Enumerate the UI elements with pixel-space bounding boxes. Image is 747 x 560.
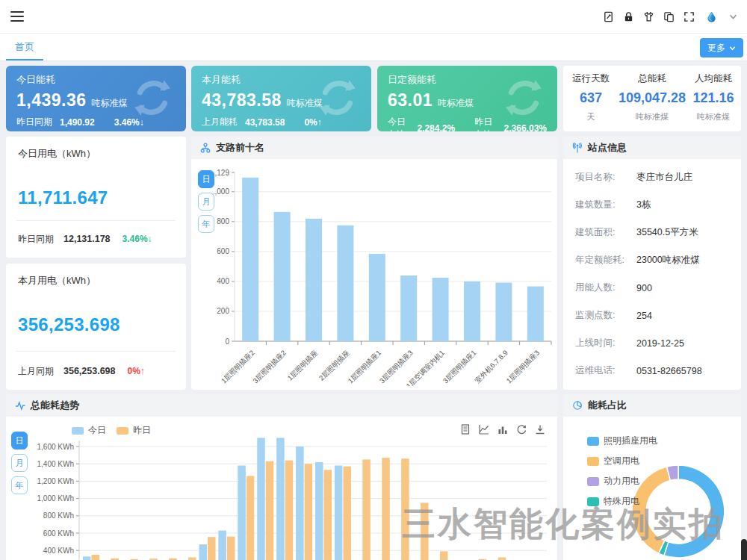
refresh-icon[interactable] [516,424,527,435]
kpi-unit: 吨标准煤 [92,98,128,108]
svg-text:1,600 KWh: 1,600 KWh [37,443,74,451]
svg-text:600 KWh: 600 KWh [43,529,74,538]
site-row-annual-quota: 年定额能耗:23000吨标准煤 [575,246,729,274]
svg-text:1层照明插座: 1层照明插座 [285,348,320,382]
theme-shirt-icon[interactable] [642,10,655,23]
svg-text:1,000: 1,000 [214,187,229,196]
svg-text:400: 400 [217,277,229,285]
period-day-button[interactable]: 日 [11,432,28,449]
recycle-icon [131,76,174,119]
svg-text:3层照明插座1: 3层照明插座1 [441,349,479,386]
energy-trend-panel: 总能耗趋势 今日 昨日 日 月 年 1,600 KWh1,400 KWh1,20… [6,394,557,560]
kpi-sub-label: 上月能耗 [202,116,238,128]
tabbar: 首页 更多 [0,34,747,61]
stats-panel: 运行天数 637 天 总能耗 109,047.28 吨标准煤 人均能耗 121.… [563,66,741,131]
stat-running-days: 运行天数 637 天 [563,66,619,131]
dashboard-screen: 首页 更多 今日能耗 1,439.36吨标准煤 昨日同期 1,490.92 3.… [0,0,747,560]
menu-toggle-icon[interactable] [10,11,24,22]
site-info-panel: 站点信息 项目名称:枣庄市台儿庄 建筑数量:3栋 建筑面积:35540.5平方米… [563,137,741,390]
period-day-button[interactable]: 日 [198,170,214,188]
lock-icon[interactable] [622,10,635,23]
kpi-unit: 吨标准煤 [438,98,474,108]
panel-title: 今日用电（kWh） [18,147,174,161]
kpi-card-daily-quota-energy: 日定额能耗 63.01吨标准煤 今日占比: 2,284.2% 昨日占比: 2,3… [377,66,557,131]
pulse-icon [15,400,25,411]
site-row-service-phone: 运维电话:0531-82665798 [575,357,729,385]
period-month-button[interactable]: 月 [198,193,214,211]
divider [16,351,176,352]
kpi-sub-label: 今日占比: [388,116,409,131]
svg-text:200: 200 [217,307,229,315]
chart-toolbar [460,424,545,435]
site-info-rows: 项目名称:枣庄市台儿庄 建筑数量:3栋 建筑面积:35540.5平方米 年定额能… [563,159,741,385]
site-row-monitor-points: 监测点数:254 [575,302,729,329]
more-button-label: 更多 [707,42,725,55]
svg-text:3层照明插座2: 3层照明插座2 [251,349,288,386]
stat-label: 人均能耗 [695,72,732,85]
compare-percent: 3.46%↓ [123,234,152,244]
stat-total-energy: 总能耗 109,047.28 吨标准煤 [619,66,686,131]
panel-header: 总能耗趋势 [6,394,557,417]
kpi-sub-value: 2,284.2% [417,123,455,131]
stat-label: 运行天数 [572,72,610,85]
panel-header: 站点信息 [563,137,741,159]
panel-title: 能耗占比 [588,399,627,412]
today-electricity-value: 11,711.647 [18,187,174,208]
topbar [0,0,747,34]
kpi-sub-label: 昨日同期 [16,116,52,128]
svg-text:400 KWh: 400 KWh [43,547,74,555]
trend-bar-chart: 1,600 KWh1,400 KWh1,200 KWh1,000 KWh800 … [30,418,551,560]
month-electricity-panel: 本月用电（kWh） 356,253.698 上月同期 356,253.698 0… [6,264,186,390]
topbar-actions [602,0,740,34]
legend-special[interactable]: 特殊用电 [587,495,657,508]
tab-home-label: 首页 [15,41,34,52]
panel-title: 支路前十名 [216,141,264,155]
site-row-building-area: 建筑面积:35540.5平方米 [575,219,729,246]
stat-value: 109,047.28 [619,90,686,106]
download-icon[interactable] [535,424,545,435]
stat-unit: 吨标准煤 [697,111,730,122]
svg-text:1,400 KWh: 1,400 KWh [37,460,74,468]
month-electricity-value: 356,253.698 [18,314,174,335]
line-chart-icon[interactable] [479,424,489,435]
kpi-sub-percent: 2,366.03% [504,123,547,131]
svg-text:1,200 KWh: 1,200 KWh [37,477,74,485]
legend-color-box [117,427,128,435]
clipboard-tool-icon[interactable] [602,10,615,23]
compare-value: 12,131.178 [63,234,111,244]
stat-value: 121.16 [692,90,734,106]
bar-chart-icon[interactable] [498,424,508,435]
branch-period-tabs: 日 月 年 [198,170,214,233]
legend-color-box [587,437,599,446]
svg-text:800 KWh: 800 KWh [43,511,74,520]
period-year-button[interactable]: 年 [198,215,214,233]
branch-top10-panel: 支路前十名 日 月 年 02004006008001,0001,1291层照明插… [191,137,557,390]
trend-period-tabs: 日 月 年 [11,432,28,494]
legend-yesterday[interactable]: 昨日 [117,424,151,437]
site-row-project-name: 项目名称:枣庄市台儿庄 [575,164,729,191]
more-button[interactable]: 更多 [700,38,743,57]
panel-title: 站点信息 [588,141,627,155]
period-year-button[interactable]: 年 [11,476,28,494]
legend-color-box [587,477,599,486]
legend-power[interactable]: 动力用电 [587,475,657,488]
period-month-button[interactable]: 月 [11,454,28,472]
compare-percent: 0%↑ [128,366,145,376]
branch-icon [200,143,211,153]
svg-text:600: 600 [217,247,229,255]
svg-text:2层照明插座: 2层照明插座 [317,348,352,382]
chevron-down-icon [729,45,736,52]
kpi-sub-value: 1,490.92 [60,117,95,128]
tab-home[interactable]: 首页 [10,34,39,60]
legend-today[interactable]: 今日 [72,424,106,437]
copy-translate-icon[interactable] [663,10,675,23]
data-view-icon[interactable] [460,424,471,435]
compare-label: 昨日同期 [18,233,54,246]
scrollbar-thumb[interactable] [741,539,747,560]
chevron-down-icon[interactable] [727,10,740,23]
kpi-value: 1,439.36 [16,90,87,110]
legend-lighting[interactable]: 照明插座用电 [587,435,657,447]
fullscreen-icon[interactable] [683,10,695,23]
legend-ac[interactable]: 空调用电 [587,455,657,467]
water-drop-logo[interactable] [703,9,719,25]
